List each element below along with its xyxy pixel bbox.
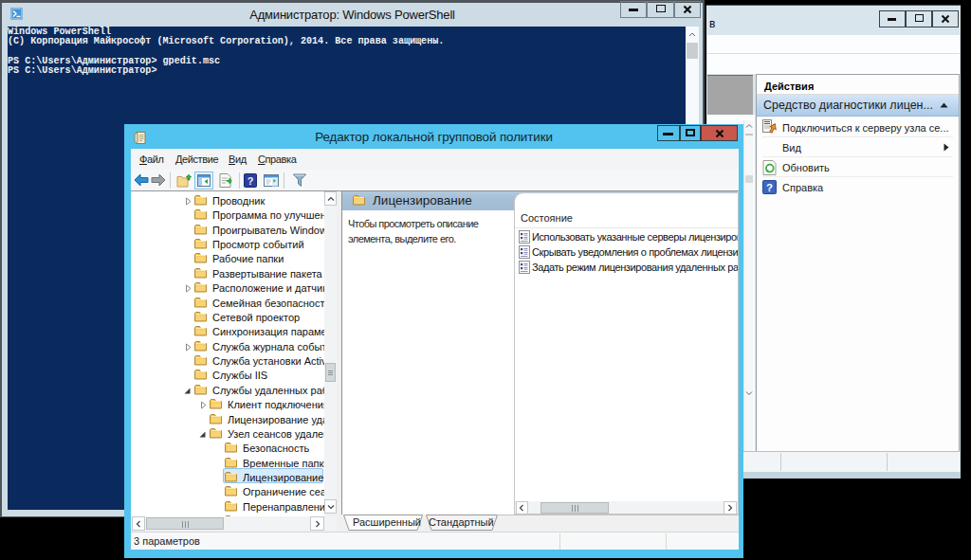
svg-text:?: ? xyxy=(247,175,254,187)
svg-text:?: ? xyxy=(766,182,773,193)
